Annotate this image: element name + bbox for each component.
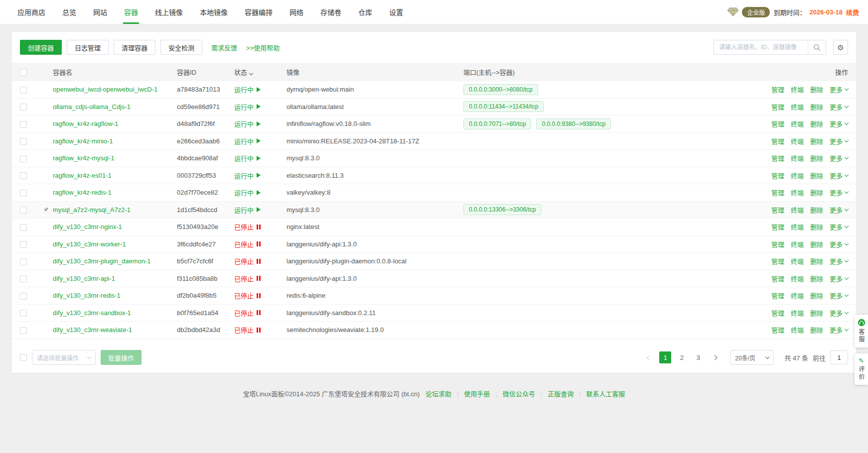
container-name-link[interactable]: dify_v130_c3mr-web-1 bbox=[53, 343, 119, 344]
row-action-more[interactable]: 更多 bbox=[830, 291, 848, 300]
play-icon[interactable] bbox=[257, 156, 261, 161]
row-action-terminal[interactable]: 终端 bbox=[791, 205, 804, 215]
row-action-more[interactable]: 更多 bbox=[830, 222, 848, 231]
container-name-link[interactable]: dify_v130_c3mr-sandbox-1 bbox=[53, 309, 131, 317]
log-manage-button[interactable]: 日志管理 bbox=[67, 40, 109, 55]
container-name-link[interactable]: dify_v130_c3mr-worker-1 bbox=[53, 240, 126, 248]
row-action-delete[interactable]: 删除 bbox=[810, 325, 823, 335]
container-status-running[interactable]: 运行中 bbox=[234, 102, 261, 112]
container-status-stopped[interactable]: 已停止 bbox=[234, 222, 261, 231]
page-button-2[interactable]: 2 bbox=[676, 351, 688, 363]
container-name-link[interactable]: dify_v130_c3mr-api-1 bbox=[53, 275, 115, 282]
row-action-manage[interactable]: 管理 bbox=[771, 222, 784, 231]
search-input[interactable] bbox=[714, 40, 808, 54]
container-status-running[interactable]: 运行中 bbox=[234, 136, 261, 146]
row-action-delete[interactable]: 删除 bbox=[810, 102, 823, 112]
row-action-terminal[interactable]: 终端 bbox=[791, 274, 804, 283]
row-checkbox[interactable] bbox=[20, 121, 27, 128]
help-link[interactable]: >>使用帮助 bbox=[246, 43, 280, 52]
batch-select-all-checkbox[interactable] bbox=[20, 354, 27, 361]
renew-link[interactable]: 续费 bbox=[846, 7, 859, 17]
row-action-terminal[interactable]: 终端 bbox=[791, 222, 804, 231]
container-name-link[interactable]: ollama_cdjs-ollama_Cdjs-1 bbox=[53, 103, 131, 111]
container-name-link[interactable]: dify_v130_c3mr-weaviate-1 bbox=[53, 326, 132, 334]
row-action-delete[interactable]: 删除 bbox=[810, 119, 823, 128]
row-action-terminal[interactable]: 终端 bbox=[791, 102, 804, 112]
row-action-delete[interactable]: 删除 bbox=[810, 188, 823, 197]
row-action-more[interactable]: 更多 bbox=[830, 239, 848, 249]
row-action-terminal[interactable]: 终端 bbox=[791, 256, 804, 266]
header-status-filter[interactable]: 状态 bbox=[234, 67, 287, 77]
batch-apply-button[interactable]: 批量操作 bbox=[101, 350, 142, 365]
container-name-link[interactable]: ragflow_kr4z-es01-1 bbox=[53, 172, 112, 179]
row-action-more[interactable]: 更多 bbox=[830, 274, 848, 283]
goto-page-input[interactable] bbox=[830, 350, 848, 364]
nav-item[interactable]: 网站 bbox=[85, 0, 116, 24]
row-action-more[interactable]: 更多 bbox=[830, 205, 848, 215]
select-all-checkbox[interactable] bbox=[20, 69, 27, 76]
page-button-1[interactable]: 1 bbox=[659, 351, 671, 363]
container-status-running[interactable]: 运行中 bbox=[234, 153, 261, 163]
row-action-manage[interactable]: 管理 bbox=[771, 171, 784, 180]
per-page-select[interactable]: 20条/页 bbox=[730, 350, 774, 365]
row-action-delete[interactable]: 删除 bbox=[810, 171, 823, 180]
row-action-manage[interactable]: 管理 bbox=[771, 188, 784, 197]
row-action-terminal[interactable]: 终端 bbox=[791, 308, 804, 318]
feedback-link[interactable]: 需求反馈 bbox=[211, 43, 237, 52]
pause-icon[interactable] bbox=[257, 225, 261, 229]
row-action-terminal[interactable]: 终端 bbox=[791, 85, 804, 94]
container-status-running[interactable]: 运行中 bbox=[234, 188, 261, 197]
row-action-manage[interactable]: 管理 bbox=[771, 136, 784, 146]
row-action-more[interactable]: 更多 bbox=[830, 119, 848, 128]
row-action-more[interactable]: 更多 bbox=[830, 153, 848, 163]
container-name-link[interactable]: ragflow_kr4z-minio-1 bbox=[53, 137, 113, 145]
row-checkbox[interactable] bbox=[20, 172, 27, 179]
pause-icon[interactable] bbox=[257, 310, 261, 315]
row-action-manage[interactable]: 管理 bbox=[771, 342, 784, 344]
nav-item[interactable]: 本地镜像 bbox=[191, 0, 236, 24]
row-checkbox[interactable] bbox=[20, 138, 27, 145]
row-action-manage[interactable]: 管理 bbox=[771, 291, 784, 300]
row-action-terminal[interactable]: 终端 bbox=[791, 188, 804, 197]
row-action-more[interactable]: 更多 bbox=[830, 342, 848, 344]
container-name-link[interactable]: ragflow_kr4z-ragflow-1 bbox=[53, 120, 119, 127]
container-name-link[interactable]: dify_v130_c3mr-redis-1 bbox=[53, 292, 121, 299]
row-checkbox[interactable] bbox=[20, 207, 27, 214]
container-status-stopped[interactable]: 已停止 bbox=[234, 274, 261, 283]
container-name-link[interactable]: dify_v130_c3mr-nginx-1 bbox=[53, 223, 122, 230]
next-page-button[interactable] bbox=[709, 351, 721, 363]
footer-link[interactable]: 正版查询 bbox=[548, 390, 574, 398]
row-action-delete[interactable]: 删除 bbox=[810, 153, 823, 163]
container-name-link[interactable]: dify_v130_c3mr-plugin_daemon-1 bbox=[53, 257, 151, 265]
row-action-more[interactable]: 更多 bbox=[830, 171, 848, 180]
row-checkbox[interactable] bbox=[20, 224, 27, 231]
row-action-more[interactable]: 更多 bbox=[830, 308, 848, 318]
security-check-button[interactable]: 安全检测 bbox=[160, 40, 202, 55]
container-status-running[interactable]: 运行中 bbox=[234, 85, 261, 94]
prev-page-button[interactable] bbox=[643, 351, 655, 363]
table-settings-button[interactable]: ⚙ bbox=[833, 40, 848, 55]
row-action-terminal[interactable]: 终端 bbox=[791, 325, 804, 335]
pause-icon[interactable] bbox=[257, 328, 261, 333]
play-icon[interactable] bbox=[257, 87, 261, 92]
play-icon[interactable] bbox=[257, 190, 261, 195]
nav-item[interactable]: 容器编排 bbox=[236, 0, 281, 24]
play-icon[interactable] bbox=[257, 138, 261, 143]
search-button[interactable] bbox=[808, 40, 826, 54]
nav-item[interactable]: 存储卷 bbox=[312, 0, 350, 24]
row-action-terminal[interactable]: 终端 bbox=[791, 239, 804, 249]
footer-link[interactable]: 联系人工客服 bbox=[586, 390, 625, 398]
row-action-manage[interactable]: 管理 bbox=[771, 119, 784, 128]
row-action-terminal[interactable]: 终端 bbox=[791, 136, 804, 146]
container-name-link[interactable]: ragflow_kr4z-mysql-1 bbox=[53, 154, 115, 162]
pause-icon[interactable] bbox=[257, 276, 261, 281]
pause-icon[interactable] bbox=[257, 259, 261, 264]
clean-container-button[interactable]: 清理容器 bbox=[114, 40, 155, 55]
row-action-delete[interactable]: 删除 bbox=[810, 342, 823, 344]
row-action-terminal[interactable]: 终端 bbox=[791, 171, 804, 180]
row-action-manage[interactable]: 管理 bbox=[771, 102, 784, 112]
page-button-3[interactable]: 3 bbox=[692, 351, 704, 363]
container-name-link[interactable]: mysql_a7z2-mysql_A7z2-1 bbox=[53, 206, 131, 214]
row-action-more[interactable]: 更多 bbox=[830, 102, 848, 112]
nav-item[interactable]: 网络 bbox=[281, 0, 312, 24]
